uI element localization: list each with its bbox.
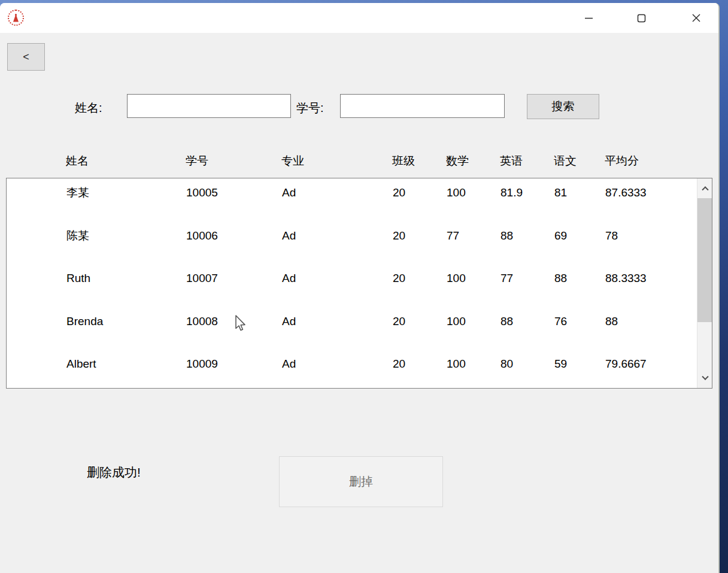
table-cell: 10009 bbox=[186, 356, 282, 389]
table-cell: 81.9 bbox=[500, 184, 554, 222]
table-row[interactable]: Albert10009Ad20100805979.6667 bbox=[7, 350, 697, 389]
table-cell: 20 bbox=[393, 228, 447, 265]
table-cell: 88.3333 bbox=[605, 270, 697, 307]
desktop-background: < 姓名: 学号: 搜索 姓名学号专业班级数学英语语文平均分 李某10005Ad… bbox=[0, 0, 728, 573]
table-cell: 88 bbox=[554, 270, 605, 307]
table-cell: 59 bbox=[554, 356, 605, 389]
column-header: 英语 bbox=[500, 153, 554, 169]
scroll-up-button[interactable] bbox=[697, 178, 712, 198]
scroll-down-button[interactable] bbox=[697, 369, 712, 388]
student-id-input[interactable] bbox=[340, 94, 505, 118]
table-body: 李某10005Ad2010081.98187.6333陈某10006Ad2077… bbox=[7, 178, 697, 388]
table-cell: Ad bbox=[282, 313, 393, 350]
close-icon bbox=[691, 13, 701, 23]
table-cell: 100 bbox=[447, 270, 500, 307]
table-row[interactable]: Ruth10007Ad20100778888.3333 bbox=[7, 264, 697, 307]
status-message: 删除成功! bbox=[87, 464, 141, 481]
table-cell: 10006 bbox=[186, 228, 282, 265]
table-cell: 76 bbox=[554, 313, 605, 350]
app-seal-icon bbox=[8, 10, 24, 26]
table-cell: 陈某 bbox=[66, 228, 186, 265]
maximize-icon bbox=[637, 14, 646, 23]
maximize-button[interactable] bbox=[627, 3, 655, 33]
table-cell: 87.6333 bbox=[605, 184, 697, 222]
table-cell: 80 bbox=[500, 356, 554, 389]
back-button[interactable]: < bbox=[7, 43, 45, 71]
column-header: 数学 bbox=[446, 153, 500, 169]
table-cell: Ad bbox=[282, 228, 393, 265]
student-id-label: 学号: bbox=[296, 99, 324, 117]
table-cell: 77 bbox=[447, 228, 500, 265]
column-header: 平均分 bbox=[605, 153, 696, 169]
table-cell: Brenda bbox=[66, 313, 186, 350]
table-cell: Ruth bbox=[66, 270, 186, 307]
delete-button[interactable]: 删掉 bbox=[279, 456, 443, 507]
table-cell: Ad bbox=[282, 184, 393, 222]
table-row[interactable]: 陈某10006Ad2077886978 bbox=[7, 222, 697, 265]
minimize-button[interactable] bbox=[575, 3, 602, 33]
column-header: 班级 bbox=[392, 153, 446, 169]
table-cell: 88 bbox=[500, 228, 554, 265]
scrollbar-thumb[interactable] bbox=[697, 198, 712, 322]
name-label: 姓名: bbox=[75, 99, 102, 117]
titlebar bbox=[0, 3, 718, 33]
table-cell: 10007 bbox=[186, 270, 282, 307]
name-input[interactable] bbox=[127, 94, 291, 118]
app-window: < 姓名: 学号: 搜索 姓名学号专业班级数学英语语文平均分 李某10005Ad… bbox=[0, 3, 720, 573]
vertical-scrollbar[interactable] bbox=[697, 178, 712, 388]
column-header: 姓名 bbox=[66, 153, 186, 169]
student-table: 李某10005Ad2010081.98187.6333陈某10006Ad2077… bbox=[6, 178, 712, 389]
table-cell: 10005 bbox=[186, 184, 282, 222]
column-header: 学号 bbox=[186, 153, 281, 169]
table-cell: 81 bbox=[554, 184, 605, 222]
chevron-up-icon bbox=[702, 186, 708, 193]
table-cell: 10008 bbox=[186, 313, 282, 350]
table-header-row: 姓名学号专业班级数学英语语文平均分 bbox=[6, 151, 696, 171]
table-cell: 100 bbox=[447, 356, 500, 389]
table-cell: 100 bbox=[447, 313, 500, 350]
column-header: 语文 bbox=[554, 153, 605, 169]
chevron-down-icon bbox=[702, 374, 708, 380]
close-button[interactable] bbox=[682, 3, 710, 33]
table-cell: 77 bbox=[500, 270, 554, 307]
table-cell: 20 bbox=[393, 356, 447, 389]
table-cell: Albert bbox=[66, 356, 186, 389]
column-header: 专业 bbox=[281, 153, 392, 169]
table-cell: 100 bbox=[447, 184, 500, 222]
table-cell: Ad bbox=[282, 356, 393, 389]
table-cell: 20 bbox=[393, 184, 447, 222]
table-cell: 20 bbox=[393, 270, 447, 307]
table-cell: Ad bbox=[282, 270, 393, 307]
minimize-icon bbox=[584, 14, 593, 23]
table-cell: 78 bbox=[605, 228, 697, 265]
table-cell: 79.6667 bbox=[605, 356, 697, 389]
table-cell: 88 bbox=[500, 313, 554, 350]
seal-tower-glyph bbox=[13, 14, 19, 22]
search-button[interactable]: 搜索 bbox=[527, 94, 599, 119]
table-cell: 李某 bbox=[66, 184, 186, 222]
table-cell: 20 bbox=[393, 313, 447, 350]
table-row[interactable]: Brenda10008Ad20100887688 bbox=[7, 307, 697, 350]
table-cell: 88 bbox=[605, 313, 697, 350]
table-cell: 69 bbox=[554, 228, 605, 265]
table-row[interactable]: 李某10005Ad2010081.98187.6333 bbox=[7, 178, 697, 222]
